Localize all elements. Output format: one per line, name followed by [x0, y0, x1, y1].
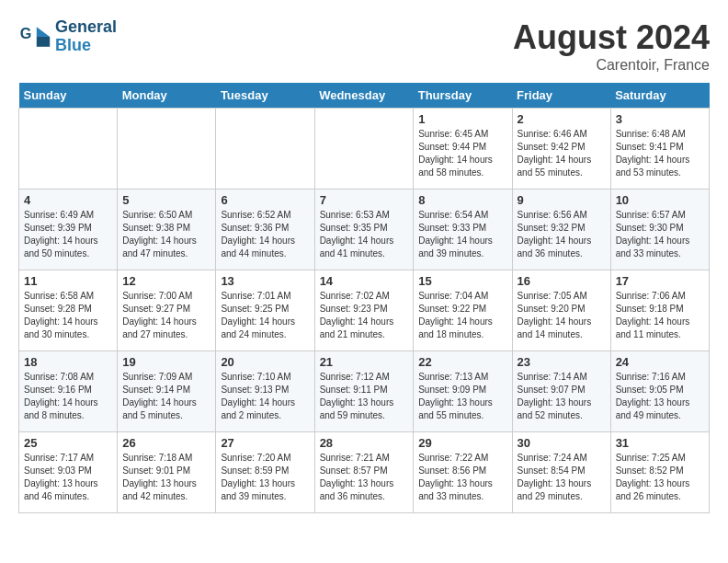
page-header: G General Blue August 2024 Carentoir, Fr…: [18, 18, 710, 74]
day-info: Sunrise: 6:45 AM Sunset: 9:44 PM Dayligh…: [418, 128, 506, 179]
day-cell: 17Sunrise: 7:06 AM Sunset: 9:18 PM Dayli…: [610, 270, 709, 351]
day-cell: 24Sunrise: 7:16 AM Sunset: 9:05 PM Dayli…: [610, 351, 709, 432]
day-number: 21: [320, 355, 409, 369]
day-info: Sunrise: 7:17 AM Sunset: 9:03 PM Dayligh…: [24, 452, 112, 503]
logo-line1: General: [55, 18, 117, 37]
logo-line2: Blue: [55, 37, 117, 55]
day-number: 1: [418, 112, 506, 126]
weekday-header-tuesday: Tuesday: [216, 83, 314, 109]
day-info: Sunrise: 7:06 AM Sunset: 9:18 PM Dayligh…: [616, 290, 704, 341]
location: Carentoir, France: [513, 57, 710, 74]
day-info: Sunrise: 6:56 AM Sunset: 9:32 PM Dayligh…: [518, 209, 606, 260]
day-cell: 2Sunrise: 6:46 AM Sunset: 9:42 PM Daylig…: [512, 109, 610, 190]
day-cell: 20Sunrise: 7:10 AM Sunset: 9:13 PM Dayli…: [216, 351, 314, 432]
day-number: 11: [24, 274, 112, 288]
weekday-header-friday: Friday: [512, 83, 610, 109]
day-cell: 18Sunrise: 7:08 AM Sunset: 9:16 PM Dayli…: [19, 351, 118, 432]
day-info: Sunrise: 7:02 AM Sunset: 9:23 PM Dayligh…: [320, 290, 409, 341]
day-cell: 3Sunrise: 6:48 AM Sunset: 9:41 PM Daylig…: [610, 109, 709, 190]
day-cell: [314, 109, 414, 190]
day-info: Sunrise: 6:49 AM Sunset: 9:39 PM Dayligh…: [24, 209, 112, 260]
day-number: 2: [518, 112, 606, 126]
day-number: 24: [616, 355, 704, 369]
day-number: 5: [122, 193, 210, 207]
day-number: 13: [221, 274, 309, 288]
day-cell: 25Sunrise: 7:17 AM Sunset: 9:03 PM Dayli…: [19, 432, 118, 513]
day-info: Sunrise: 7:08 AM Sunset: 9:16 PM Dayligh…: [24, 371, 112, 422]
day-cell: 31Sunrise: 7:25 AM Sunset: 8:52 PM Dayli…: [610, 432, 709, 513]
day-info: Sunrise: 7:05 AM Sunset: 9:20 PM Dayligh…: [518, 290, 606, 341]
week-row-3: 11Sunrise: 6:58 AM Sunset: 9:28 PM Dayli…: [19, 270, 710, 351]
weekday-header-monday: Monday: [118, 83, 216, 109]
day-info: Sunrise: 7:16 AM Sunset: 9:05 PM Dayligh…: [616, 371, 704, 422]
day-info: Sunrise: 7:01 AM Sunset: 9:25 PM Dayligh…: [221, 290, 309, 341]
day-info: Sunrise: 7:18 AM Sunset: 9:01 PM Dayligh…: [122, 452, 210, 503]
day-number: 17: [616, 274, 704, 288]
day-number: 15: [418, 274, 506, 288]
day-cell: [118, 109, 216, 190]
svg-marker-1: [37, 27, 50, 37]
day-number: 20: [221, 355, 309, 369]
day-cell: 30Sunrise: 7:24 AM Sunset: 8:54 PM Dayli…: [512, 432, 610, 513]
day-number: 25: [24, 436, 112, 450]
week-row-1: 1Sunrise: 6:45 AM Sunset: 9:44 PM Daylig…: [19, 109, 710, 190]
day-cell: [19, 109, 118, 190]
day-info: Sunrise: 7:04 AM Sunset: 9:22 PM Dayligh…: [418, 290, 506, 341]
day-info: Sunrise: 6:53 AM Sunset: 9:35 PM Dayligh…: [320, 209, 409, 260]
week-row-2: 4Sunrise: 6:49 AM Sunset: 9:39 PM Daylig…: [19, 190, 710, 270]
day-number: 16: [518, 274, 606, 288]
day-info: Sunrise: 7:20 AM Sunset: 8:59 PM Dayligh…: [221, 452, 309, 503]
day-info: Sunrise: 7:21 AM Sunset: 8:57 PM Dayligh…: [320, 452, 409, 503]
day-info: Sunrise: 6:57 AM Sunset: 9:30 PM Dayligh…: [616, 209, 704, 260]
calendar-table: SundayMondayTuesdayWednesdayThursdayFrid…: [18, 83, 710, 513]
day-cell: 26Sunrise: 7:18 AM Sunset: 9:01 PM Dayli…: [118, 432, 216, 513]
day-number: 14: [320, 274, 409, 288]
day-cell: 5Sunrise: 6:50 AM Sunset: 9:38 PM Daylig…: [118, 190, 216, 270]
day-info: Sunrise: 7:13 AM Sunset: 9:09 PM Dayligh…: [418, 371, 506, 422]
svg-text:G: G: [20, 25, 32, 41]
day-cell: 8Sunrise: 6:54 AM Sunset: 9:33 PM Daylig…: [414, 190, 512, 270]
svg-marker-2: [37, 37, 50, 47]
day-info: Sunrise: 6:46 AM Sunset: 9:42 PM Dayligh…: [518, 128, 606, 179]
day-number: 30: [518, 436, 606, 450]
month-title: August 2024: [513, 18, 710, 57]
day-info: Sunrise: 7:09 AM Sunset: 9:14 PM Dayligh…: [122, 371, 210, 422]
day-number: 6: [221, 193, 309, 207]
week-row-5: 25Sunrise: 7:17 AM Sunset: 9:03 PM Dayli…: [19, 432, 710, 513]
day-cell: 16Sunrise: 7:05 AM Sunset: 9:20 PM Dayli…: [512, 270, 610, 351]
day-info: Sunrise: 7:12 AM Sunset: 9:11 PM Dayligh…: [320, 371, 409, 422]
day-info: Sunrise: 6:52 AM Sunset: 9:36 PM Dayligh…: [221, 209, 309, 260]
day-number: 12: [122, 274, 210, 288]
day-number: 22: [418, 355, 506, 369]
day-number: 3: [616, 112, 704, 126]
day-cell: 28Sunrise: 7:21 AM Sunset: 8:57 PM Dayli…: [314, 432, 414, 513]
day-cell: 9Sunrise: 6:56 AM Sunset: 9:32 PM Daylig…: [512, 190, 610, 270]
day-number: 9: [518, 193, 606, 207]
day-cell: [216, 109, 314, 190]
day-cell: 11Sunrise: 6:58 AM Sunset: 9:28 PM Dayli…: [19, 270, 118, 351]
day-number: 19: [122, 355, 210, 369]
day-number: 23: [518, 355, 606, 369]
day-info: Sunrise: 6:50 AM Sunset: 9:38 PM Dayligh…: [122, 209, 210, 260]
logo-icon: G: [18, 20, 51, 53]
day-info: Sunrise: 7:10 AM Sunset: 9:13 PM Dayligh…: [221, 371, 309, 422]
day-cell: 15Sunrise: 7:04 AM Sunset: 9:22 PM Dayli…: [414, 270, 512, 351]
day-number: 18: [24, 355, 112, 369]
day-cell: 6Sunrise: 6:52 AM Sunset: 9:36 PM Daylig…: [216, 190, 314, 270]
day-info: Sunrise: 6:58 AM Sunset: 9:28 PM Dayligh…: [24, 290, 112, 341]
day-info: Sunrise: 7:25 AM Sunset: 8:52 PM Dayligh…: [616, 452, 704, 503]
day-info: Sunrise: 6:54 AM Sunset: 9:33 PM Dayligh…: [418, 209, 506, 260]
weekday-header-wednesday: Wednesday: [314, 83, 414, 109]
day-number: 31: [616, 436, 704, 450]
day-info: Sunrise: 6:48 AM Sunset: 9:41 PM Dayligh…: [616, 128, 704, 179]
title-block: August 2024 Carentoir, France: [513, 18, 710, 74]
day-cell: 12Sunrise: 7:00 AM Sunset: 9:27 PM Dayli…: [118, 270, 216, 351]
day-cell: 10Sunrise: 6:57 AM Sunset: 9:30 PM Dayli…: [610, 190, 709, 270]
day-cell: 4Sunrise: 6:49 AM Sunset: 9:39 PM Daylig…: [19, 190, 118, 270]
day-cell: 19Sunrise: 7:09 AM Sunset: 9:14 PM Dayli…: [118, 351, 216, 432]
weekday-header-sunday: Sunday: [19, 83, 118, 109]
day-cell: 29Sunrise: 7:22 AM Sunset: 8:56 PM Dayli…: [414, 432, 512, 513]
day-cell: 23Sunrise: 7:14 AM Sunset: 9:07 PM Dayli…: [512, 351, 610, 432]
day-cell: 21Sunrise: 7:12 AM Sunset: 9:11 PM Dayli…: [314, 351, 414, 432]
day-number: 8: [418, 193, 506, 207]
